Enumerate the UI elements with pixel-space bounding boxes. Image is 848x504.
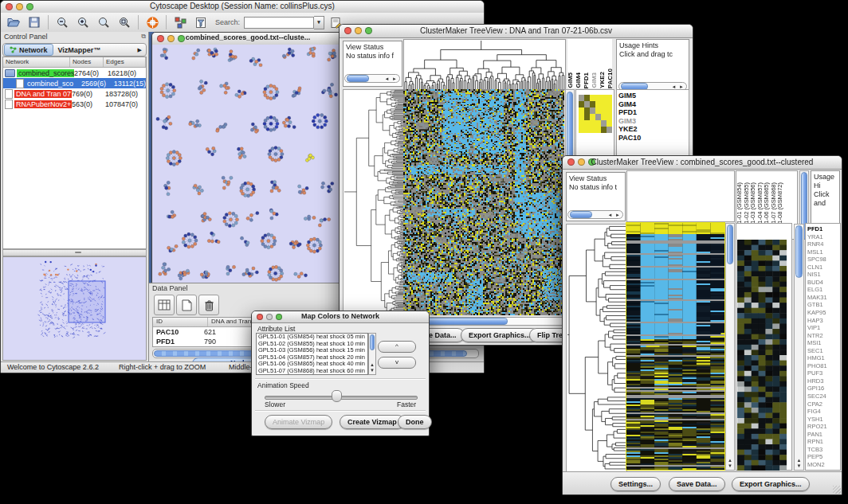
column-label[interactable]: YKE2 xyxy=(599,72,606,88)
network-row[interactable]: combined_scores 2764(0) 16218(0) xyxy=(3,68,146,78)
network-row[interactable]: RNAPuberNov2+ 563(0) 107847(0) xyxy=(3,99,146,109)
gene-label[interactable]: NIS1 xyxy=(807,271,827,279)
resize-grip[interactable] xyxy=(833,486,841,494)
gene-label[interactable]: GIM4 xyxy=(618,100,641,109)
column-label[interactable]: PFD1 xyxy=(583,72,590,88)
column-label[interactable]: GIM4 xyxy=(575,72,582,88)
gene-label[interactable]: RNR4 xyxy=(807,240,827,248)
gene-label[interactable]: YSH1 xyxy=(807,416,827,424)
treeview1-titlebar[interactable]: ClusterMaker TreeView : DNA and Tran 07-… xyxy=(340,25,693,38)
treeview2-titlebar[interactable]: ClusterMaker TreeView : combined_scores_… xyxy=(563,156,842,170)
column-dendrogram-canvas[interactable] xyxy=(403,39,566,90)
attribute-item[interactable]: GPL51-07 (GSM868) heat shock 60 min xyxy=(258,368,367,375)
network-view-canvas[interactable] xyxy=(152,45,342,283)
column-label[interactable]: PAC10 xyxy=(607,68,612,88)
save-data-button[interactable]: Save Data... xyxy=(669,477,725,491)
gene-label[interactable]: PAN1 xyxy=(807,431,827,439)
birdseye-canvas[interactable] xyxy=(3,257,147,361)
gene-label[interactable]: VIP1 xyxy=(807,324,827,332)
search-input[interactable] xyxy=(244,17,314,29)
gene-label[interactable]: SEC1 xyxy=(807,347,827,355)
gene-label[interactable]: SEC24 xyxy=(807,393,827,400)
select-attributes-button[interactable] xyxy=(154,295,175,315)
gene-label[interactable]: KAP95 xyxy=(807,309,827,317)
heatmap-global-canvas[interactable] xyxy=(626,223,724,470)
gene-label[interactable]: HRD3 xyxy=(807,377,827,385)
network-view-window[interactable]: combined_scores_good.txt--cluste... xyxy=(151,32,344,283)
birdseye-view[interactable] xyxy=(2,256,147,361)
gene-label[interactable]: MAK31 xyxy=(807,294,827,302)
row-dendrogram-canvas[interactable] xyxy=(566,224,627,472)
move-up-button[interactable]: ^ xyxy=(378,341,416,353)
heatmap-zoom-canvas[interactable] xyxy=(737,240,787,471)
done-button[interactable]: Done xyxy=(398,415,432,429)
gene-label[interactable]: PUF3 xyxy=(807,369,827,377)
gene-label[interactable]: HAP3 xyxy=(807,317,827,325)
settings-button[interactable]: Settings... xyxy=(610,477,661,491)
gene-label[interactable]: NTR2 xyxy=(807,332,827,340)
gene-label[interactable]: PAC10 xyxy=(618,134,641,143)
zoom-in-button[interactable] xyxy=(73,14,92,30)
animate-vizmap-button[interactable]: Animate Vizmap xyxy=(265,415,332,429)
slider-thumb[interactable] xyxy=(332,390,342,402)
gene-label[interactable]: YKE2 xyxy=(618,125,641,134)
gene-label[interactable]: BUD4 xyxy=(807,279,827,287)
main-titlebar[interactable]: Cytoscape Desktop (Session Name: collins… xyxy=(1,1,484,14)
gene-label[interactable]: CPA2 xyxy=(807,400,827,408)
view-status-scrollbar[interactable]: ◄ ► xyxy=(344,74,400,83)
tab-overflow-arrow[interactable]: ▶ xyxy=(138,47,146,53)
delete-attribute-button[interactable] xyxy=(198,295,219,315)
create-vizmap-button[interactable]: Create Vizmap xyxy=(340,415,405,429)
heatmap-global-canvas[interactable] xyxy=(403,89,564,315)
gene-label[interactable]: GPI16 xyxy=(807,385,827,393)
gene-label[interactable]: YRA1 xyxy=(807,233,827,241)
gene-label[interactable]: PHO81 xyxy=(807,362,827,370)
filter-button[interactable] xyxy=(191,14,210,30)
vizmapper-button[interactable] xyxy=(171,14,190,30)
gene-label[interactable]: TCB3 xyxy=(807,446,827,454)
dialog-titlebar[interactable]: Map Colors to Network xyxy=(252,311,429,323)
zoom-out-button[interactable] xyxy=(53,14,72,30)
gene-label[interactable]: CLN1 xyxy=(807,264,827,272)
panel-splitter[interactable] xyxy=(2,249,147,256)
gene-label[interactable]: FIG4 xyxy=(807,408,827,416)
network-view-titlebar[interactable]: combined_scores_good.txt--cluste... xyxy=(152,33,344,45)
gene-label[interactable]: MON2 xyxy=(807,461,827,469)
heatmap-vscrollbar[interactable]: ▲▼ xyxy=(725,223,735,471)
attribute-list-scrollbar[interactable]: ▲▼ xyxy=(368,333,376,375)
column-label[interactable]: GIM5 xyxy=(567,72,574,88)
tab-network[interactable]: Network xyxy=(4,44,53,56)
zoom-fit-button[interactable] xyxy=(115,14,134,30)
tab-vizmapper[interactable]: VizMapper™ xyxy=(53,45,106,55)
save-session-button[interactable] xyxy=(25,14,44,30)
zoom-vscrollbar[interactable]: ▲▼ xyxy=(794,224,804,471)
gene-label[interactable]: PFD1 xyxy=(618,108,641,117)
row-dendrogram-canvas[interactable] xyxy=(343,89,404,317)
correlation-matrix[interactable] xyxy=(579,95,612,133)
open-session-button[interactable] xyxy=(4,14,23,30)
gene-label[interactable]: MSI1 xyxy=(807,339,827,347)
zoom-selected-button[interactable] xyxy=(94,14,113,30)
gene-label[interactable]: RPN1 xyxy=(807,438,827,446)
gene-label[interactable]: HMG1 xyxy=(807,354,827,362)
column-label[interactable]: GIM3 xyxy=(591,72,598,88)
gene-label[interactable]: SPC98 xyxy=(807,256,827,264)
network-row[interactable]: DNA and Tran 07 769(0) 183728(0) xyxy=(3,88,146,99)
column-dendrogram-area[interactable] xyxy=(626,170,735,222)
move-down-button[interactable]: v xyxy=(378,357,416,369)
search-dropdown-arrow-icon[interactable]: ▾ xyxy=(314,16,324,29)
gene-label[interactable]: PFD1 xyxy=(807,225,827,233)
create-attribute-button[interactable] xyxy=(176,295,197,315)
float-panel-icon[interactable]: ⧉ xyxy=(141,33,146,41)
gene-label[interactable]: PEP5 xyxy=(807,453,827,461)
gene-label[interactable]: GTB1 xyxy=(807,301,827,309)
gene-label[interactable]: MSL1 xyxy=(807,248,827,256)
export-graphics-button[interactable]: Export Graphics... xyxy=(732,477,810,491)
help-button[interactable] xyxy=(143,14,162,30)
gene-label[interactable]: RPO21 xyxy=(807,423,827,431)
view-status-scrollbar[interactable]: ◄ ► xyxy=(567,210,623,219)
gene-label[interactable]: GIM5 xyxy=(618,92,641,100)
gene-label[interactable]: ELG1 xyxy=(807,286,827,294)
network-row[interactable]: combined_sco 2569(6) 13112(15) xyxy=(3,78,146,88)
gene-label[interactable]: GIM3 xyxy=(618,117,641,126)
